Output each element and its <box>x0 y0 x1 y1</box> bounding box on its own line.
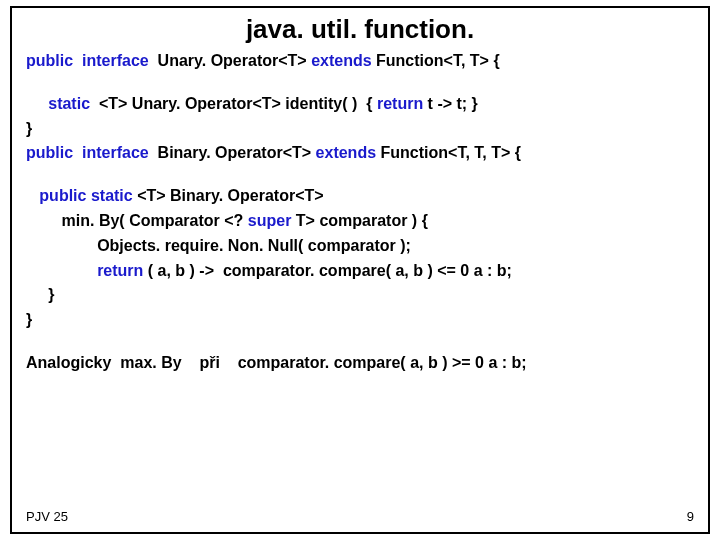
code-line: Analogicky max. By při comparator. compa… <box>26 351 694 376</box>
code-line: Objects. require. Non. Null( comparator … <box>26 234 694 259</box>
keyword-public: public <box>26 144 73 161</box>
spacer <box>26 166 694 184</box>
code-text: Unary. Operator<T> <box>149 52 311 69</box>
keyword-static: static <box>48 95 90 112</box>
code-text: T> comparator ) { <box>291 212 427 229</box>
code-line: return ( a, b ) -> comparator. compare( … <box>26 259 694 284</box>
keyword-return: return <box>97 262 143 279</box>
code-text <box>26 262 97 279</box>
code-line: public static <T> Binary. Operator<T> <box>26 184 694 209</box>
keyword-public: public <box>26 52 73 69</box>
keyword-interface: interface <box>82 144 149 161</box>
code-text: Binary. Operator<T> <box>149 144 316 161</box>
code-line: } <box>26 308 694 333</box>
code-line: } <box>26 283 694 308</box>
code-text: Function<T, T> { <box>372 52 500 69</box>
spacer <box>26 74 694 92</box>
keyword-static: static <box>91 187 133 204</box>
keyword-extends: extends <box>311 52 371 69</box>
keyword-return: return <box>377 95 423 112</box>
code-text: t -> t; } <box>423 95 478 112</box>
code-text: ( a, b ) -> comparator. compare( a, b ) … <box>143 262 512 279</box>
code-text: <T> Unary. Operator<T> identity( ) { <box>90 95 377 112</box>
code-line: } <box>26 117 694 142</box>
code-line: public interface Unary. Operator<T> exte… <box>26 49 694 74</box>
code-text: <T> Binary. Operator<T> <box>133 187 324 204</box>
code-line: public interface Binary. Operator<T> ext… <box>26 141 694 166</box>
code-line: static <T> Unary. Operator<T> identity( … <box>26 92 694 117</box>
keyword-public: public <box>39 187 86 204</box>
spacer <box>26 333 694 351</box>
slide-title: java. util. function. <box>26 14 694 45</box>
code-line: min. By( Comparator <? super T> comparat… <box>26 209 694 234</box>
code-text: min. By( Comparator <? <box>26 212 248 229</box>
page-number: 9 <box>687 509 694 524</box>
code-text: Function<T, T, T> { <box>376 144 521 161</box>
keyword-super: super <box>248 212 292 229</box>
keyword-extends: extends <box>316 144 376 161</box>
footer-label: PJV 25 <box>26 509 68 524</box>
slide-frame: java. util. function. public interface U… <box>10 6 710 534</box>
keyword-interface: interface <box>82 52 149 69</box>
